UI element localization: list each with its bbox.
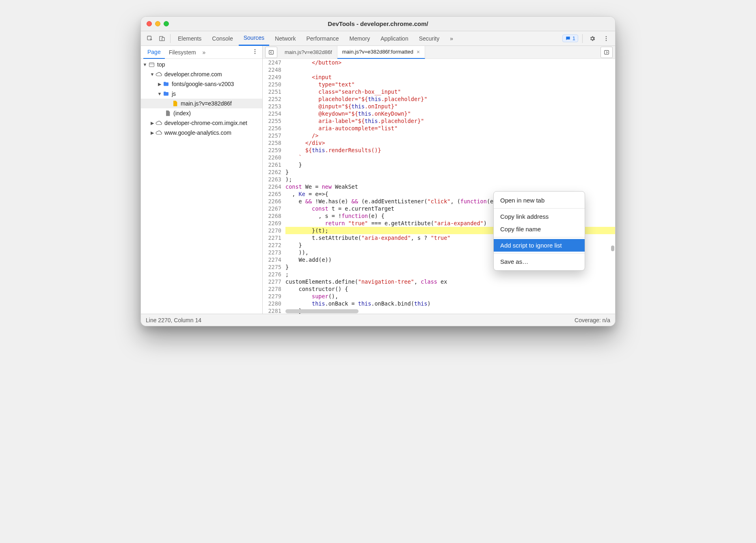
tab-performance[interactable]: Performance [301,31,343,46]
separator [494,208,585,209]
tab-network[interactable]: Network [270,31,300,46]
editor-tab-label: main.js?v=e382d86f:formatted [342,49,413,55]
svg-point-8 [255,53,256,54]
code-lines[interactable]: </button> <input type="text" class="sear… [285,59,615,314]
message-icon [565,36,571,41]
device-toggle-icon[interactable] [156,33,168,44]
vertical-scrollbar[interactable] [610,59,614,314]
cloud-icon [156,71,162,78]
toggle-debugger-pane-icon[interactable] [600,47,613,58]
tree-label: main.js?v=e382d86f [181,100,232,107]
tree-label: developer.chrome.com [164,71,222,78]
settings-icon[interactable] [587,33,598,44]
scrollbar-thumb[interactable] [611,246,614,251]
folder-icon [163,90,169,97]
svg-point-6 [255,49,256,50]
frame-icon [148,61,155,68]
tab-sources[interactable]: Sources [239,31,269,46]
tree-label: (index) [173,110,191,116]
file-tree[interactable]: ▼ top ▼ developer.chrome.com ▶ fonts/goo… [141,59,262,314]
coverage-status: Coverage: n/a [575,317,610,323]
kebab-menu-icon[interactable] [600,33,612,44]
cm-add-ignore-list[interactable]: Add script to ignore list [494,239,585,252]
close-icon[interactable]: × [417,49,420,55]
traffic-lights [147,21,169,26]
window-title: DevTools - developer.chrome.com/ [141,20,615,27]
cursor-position: Line 2270, Column 14 [146,317,201,323]
svg-rect-10 [605,50,609,54]
line-number-gutter[interactable]: 2247224822492250225122522253225422552256… [263,59,285,314]
separator [494,253,585,254]
svg-point-5 [606,40,607,41]
folder-icon [163,81,169,87]
tree-label: www.google-analytics.com [164,129,231,136]
navigator-tab-overflow[interactable]: » [203,49,206,56]
content-area: Page Filesystem » ▼ top ▼ developer.chro… [141,46,615,314]
separator [582,34,583,43]
tab-application[interactable]: Application [376,31,413,46]
cm-copy-file[interactable]: Copy file name [494,223,585,235]
navigate-back-icon[interactable] [265,47,277,58]
tree-node-domain[interactable]: ▶ developer-chrome-com.imgix.net [141,118,262,128]
tree-node-folder-js[interactable]: ▼ js [141,89,262,99]
tab-memory[interactable]: Memory [345,31,375,46]
document-icon [164,110,171,116]
tab-console[interactable]: Console [207,31,238,46]
editor-tab-formatted[interactable]: main.js?v=e382d86f:formatted × [337,46,425,59]
window-minimize-button[interactable] [155,21,160,26]
editor-tab-raw[interactable]: main.js?v=e382d86f [280,46,337,59]
context-menu: Open in new tab Copy link address Copy f… [493,191,585,271]
cloud-icon [156,120,162,126]
tab-elements[interactable]: Elements [173,31,206,46]
cm-save-as[interactable]: Save as… [494,255,585,268]
tree-label: developer-chrome-com.imgix.net [164,120,247,126]
inspect-icon[interactable] [144,33,156,44]
chevron-down-icon[interactable]: ▼ [150,72,155,77]
tree-node-domain[interactable]: ▼ developer.chrome.com [141,69,262,79]
tab-security[interactable]: Security [414,31,445,46]
svg-rect-2 [162,37,164,41]
titlebar: DevTools - developer.chrome.com/ [141,17,615,31]
tree-node-folder[interactable]: ▶ fonts/google-sans-v2003 [141,79,262,89]
svg-point-4 [606,38,607,39]
svg-point-7 [255,51,256,52]
editor-tab-label: main.js?v=e382d86f [285,49,332,55]
cloud-icon [156,129,162,136]
issues-badge[interactable]: 1 [562,34,578,42]
devtools-window: DevTools - developer.chrome.com/ Element… [140,16,616,326]
statusbar: Line 2270, Column 14 Coverage: n/a [141,314,615,326]
issues-count: 1 [572,35,575,41]
chevron-right-icon[interactable]: ▶ [150,121,155,126]
tree-label: top [157,61,165,68]
cm-open-new-tab[interactable]: Open in new tab [494,194,585,207]
tree-node-file-index[interactable]: (index) [141,108,262,118]
navigator-tab-filesystem[interactable]: Filesystem [165,46,200,59]
tree-label: js [172,90,176,97]
scrollbar-thumb[interactable] [285,309,359,313]
navigator-tabs: Page Filesystem » [141,46,262,59]
editor-tabs: main.js?v=e382d86f main.js?v=e382d86f:fo… [263,46,615,59]
tree-node-domain[interactable]: ▶ www.google-analytics.com [141,128,262,138]
code-area[interactable]: 2247224822492250225122522253225422552256… [263,59,615,314]
svg-point-3 [606,36,607,37]
separator [494,237,585,237]
tree-node-file-mainjs[interactable]: main.js?v=e382d86f [141,99,262,108]
navigator-sidebar: Page Filesystem » ▼ top ▼ developer.chro… [141,46,263,314]
chevron-down-icon[interactable]: ▼ [143,62,147,67]
chevron-right-icon[interactable]: ▶ [150,130,155,136]
navigator-kebab-icon[interactable] [250,48,260,56]
navigator-tab-page[interactable]: Page [143,46,165,59]
separator [170,34,171,43]
cm-copy-link[interactable]: Copy link address [494,210,585,223]
chevron-right-icon[interactable]: ▶ [157,82,162,87]
horizontal-scrollbar[interactable] [285,309,615,314]
window-zoom-button[interactable] [164,21,169,26]
panel-tabstrip: Elements Console Sources Network Perform… [141,31,615,46]
window-close-button[interactable] [147,21,152,26]
editor: main.js?v=e382d86f main.js?v=e382d86f:fo… [263,46,615,314]
tree-node-top[interactable]: ▼ top [141,60,262,69]
chevron-down-icon[interactable]: ▼ [157,91,162,96]
tree-label: fonts/google-sans-v2003 [172,81,234,87]
js-file-icon [172,100,178,107]
tab-overflow[interactable]: » [445,31,458,46]
